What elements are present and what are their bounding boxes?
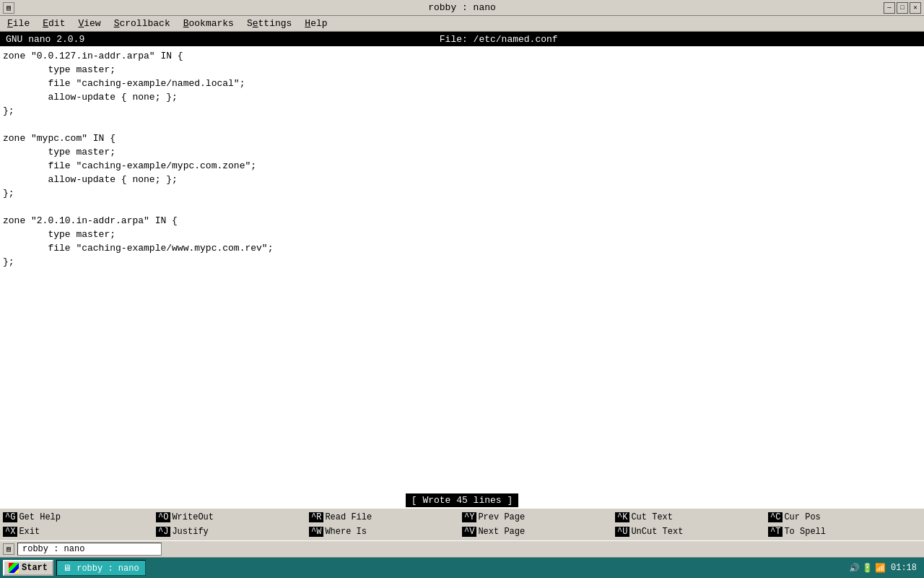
shortcut-writeout: ^O WriteOut: [156, 510, 309, 525]
shortcut-cur-pos: ^C Cur Pos: [768, 510, 921, 525]
shortcut-where-is: ^W Where Is: [309, 525, 462, 539]
shortcut-uncut-text: ^U UnCut Text: [615, 525, 768, 539]
menu-view[interactable]: View: [72, 17, 106, 30]
taskbar-right: 🔊 🔋 📶 01:18: [845, 560, 921, 576]
maximize-button[interactable]: □: [897, 2, 908, 14]
shortcut-exit: ^X Exit: [3, 525, 156, 539]
window-menu-button[interactable]: ▤: [3, 2, 14, 14]
window-title: robby : nano: [428, 2, 496, 13]
start-button[interactable]: Start: [3, 560, 53, 576]
title-bar: ▤ robby : nano ─ □ ✕: [0, 0, 924, 16]
taskbar-nano-button[interactable]: 🖥 robby : nano: [56, 560, 146, 576]
status-bar: [ Wrote 45 lines ]: [0, 491, 924, 509]
nano-taskbar-label[interactable]: robby : nano: [17, 543, 162, 556]
minimize-button[interactable]: ─: [884, 2, 895, 14]
shortcut-cut-text: ^K Cut Text: [615, 510, 768, 525]
title-bar-left: ▤: [3, 2, 14, 14]
start-icon: [9, 563, 19, 573]
menu-edit[interactable]: Edit: [37, 17, 71, 30]
shortcut-prev-page: ^Y Prev Page: [462, 510, 615, 525]
editor-area[interactable]: zone "0.0.127.in-addr.arpa" IN { type ma…: [0, 46, 924, 491]
tray-speaker-icon: 🔊: [849, 563, 859, 573]
nano-taskbar: ▤ robby : nano: [0, 540, 924, 558]
menu-help[interactable]: Help: [299, 17, 333, 30]
taskbar: Start 🖥 robby : nano 🔊 🔋 📶 01:18: [0, 558, 924, 578]
shortcut-read-file: ^R Read File: [309, 510, 462, 525]
menu-bar: File Edit View Scrollback Bookmarks Sett…: [0, 16, 924, 32]
nano-header: GNU nano 2.0.9 File: /etc/named.conf: [0, 32, 924, 46]
shortcut-get-help: ^G Get Help: [3, 510, 156, 525]
shortcut-bar: ^G Get Help ^O WriteOut ^R Read File ^Y …: [0, 509, 924, 540]
menu-settings[interactable]: Settings: [241, 17, 297, 30]
nano-version: GNU nano 2.0.9: [6, 34, 84, 45]
shortcut-to-spell: ^T To Spell: [768, 525, 921, 539]
shortcut-justify: ^J Justify: [156, 525, 309, 539]
clock: 01:18: [891, 563, 917, 573]
tray-network-icon: 📶: [875, 563, 885, 573]
nano-filename: File: /etc/named.conf: [440, 34, 558, 45]
menu-scrollback[interactable]: Scrollback: [108, 17, 176, 30]
status-message: [ Wrote 45 lines ]: [406, 493, 518, 507]
title-bar-controls: ─ □ ✕: [884, 2, 921, 14]
shortcut-next-page: ^V Next Page: [462, 525, 615, 539]
taskbar-nano-label: 🖥 robby : nano: [63, 563, 139, 574]
menu-bookmarks[interactable]: Bookmarks: [178, 17, 240, 30]
close-button[interactable]: ✕: [910, 2, 921, 14]
start-label: Start: [22, 563, 48, 573]
taskbar-container: ▤ robby : nano Start 🖥 robby : nano 🔊 🔋 …: [0, 540, 924, 578]
menu-file[interactable]: File: [1, 17, 35, 30]
nano-taskbar-icon: ▤: [3, 543, 14, 555]
editor-content: zone "0.0.127.in-addr.arpa" IN { type ma…: [3, 51, 273, 267]
tray-battery-icon: 🔋: [862, 563, 872, 573]
